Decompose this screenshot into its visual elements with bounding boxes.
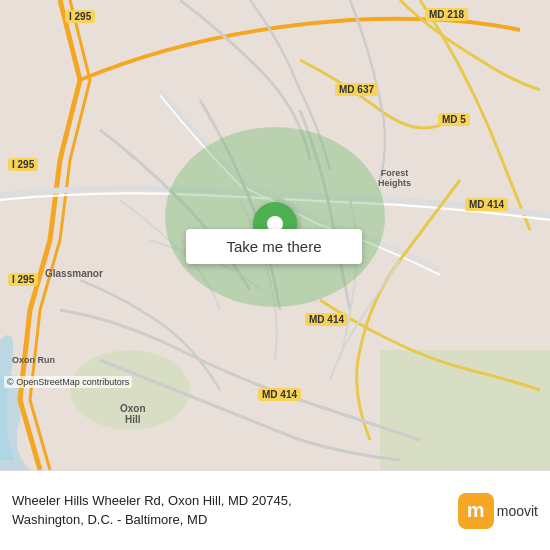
place-label-oxon-run: Oxon Run: [12, 355, 55, 365]
place-label-glassmanor: Glassmanor: [45, 268, 103, 279]
place-label-oxon-hill: OxonHill: [120, 403, 146, 425]
address-line2: Washington, D.C. - Baltimore, MD: [12, 511, 448, 529]
place-label-forest-heights: ForestHeights: [378, 168, 411, 188]
moovit-icon: m: [458, 493, 494, 529]
bottom-address-container: Wheeler Hills Wheeler Rd, Oxon Hill, MD …: [12, 492, 448, 528]
moovit-text: moovit: [497, 503, 538, 519]
moovit-letter: m: [467, 499, 485, 522]
road-label-md414-right: MD 414: [465, 198, 508, 211]
road-label-i295-mid: I 295: [8, 158, 38, 171]
road-label-md218: MD 218: [425, 8, 468, 21]
take-me-there-button[interactable]: Take me there: [186, 229, 362, 264]
road-label-i295-low: I 295: [8, 273, 38, 286]
road-label-md414-mid: MD 414: [305, 313, 348, 326]
road-label-i295-top: I 295: [65, 10, 95, 23]
road-label-md5: MD 5: [438, 113, 470, 126]
road-label-md414-bot: MD 414: [258, 388, 301, 401]
address-line1: Wheeler Hills Wheeler Rd, Oxon Hill, MD …: [12, 492, 448, 510]
road-label-md637: MD 637: [335, 83, 378, 96]
map-container: Take me there I 295 MD 218 MD 637 MD 5 I…: [0, 0, 550, 470]
moovit-logo: m moovit: [458, 493, 538, 529]
osm-attribution: © OpenStreetMap contributors: [4, 376, 132, 388]
bottom-bar: Wheeler Hills Wheeler Rd, Oxon Hill, MD …: [0, 470, 550, 550]
